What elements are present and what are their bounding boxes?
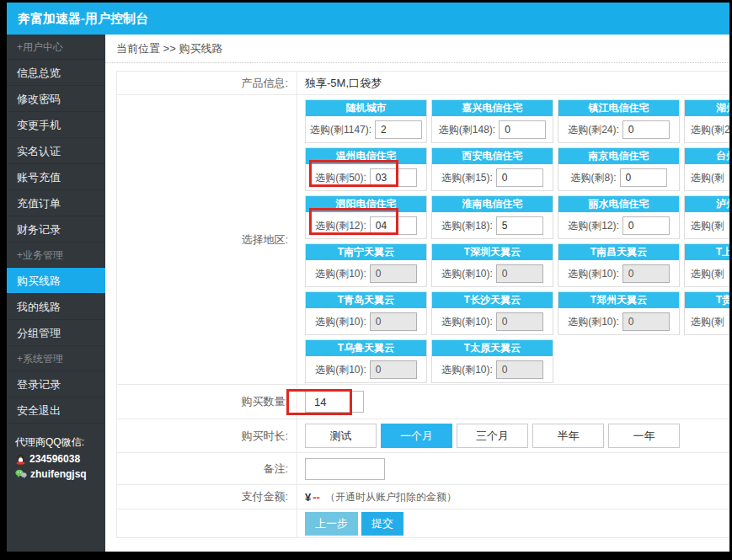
amount-row: 支付金额: ¥ -- （开通时从账户扣除的金额） — [117, 485, 729, 509]
region-qty-input[interactable] — [496, 168, 543, 187]
region-cell-body: 选购(剩18): — [432, 212, 553, 239]
quantity-input[interactable] — [305, 391, 364, 413]
sidebar-section-header: +用户中心 — [7, 35, 105, 60]
duration-option-active[interactable]: 一个月 — [381, 424, 452, 448]
sidebar-item[interactable]: 安全退出 — [7, 397, 105, 424]
region-stock-label: 选购(剩148): — [439, 123, 495, 137]
region-stock-label: 选购(剩10): — [568, 267, 619, 281]
region-cell-title[interactable]: 淮南电信住宅 — [432, 196, 553, 212]
purchase-form: 产品信息: 独享-5M,口袋梦 选择地区: 随机城市选购(剩1147):嘉兴电信… — [116, 71, 729, 538]
region-grid: 随机城市选购(剩1147):嘉兴电信住宅选购(剩148):镇江电信住宅选购(剩2… — [297, 95, 729, 384]
sidebar-item[interactable]: 信息总览 — [7, 60, 105, 86]
region-cell-title[interactable]: T青岛天翼云 — [306, 292, 426, 308]
region-cell: 泗阳电信住宅选购(剩12): — [305, 195, 427, 239]
region-cell: T南昌天翼云选购(剩10): — [558, 243, 680, 287]
sidebar-item[interactable]: 账号充值 — [7, 164, 105, 190]
region-cell-title[interactable]: 湖州 — [685, 100, 729, 116]
quantity-row: 购买数量: — [117, 385, 729, 419]
region-cell-title[interactable]: T深圳天翼云 — [432, 244, 553, 260]
actions-row: 上一步 提交 — [117, 509, 729, 537]
agent-wechat-id: zhuifengjsq — [30, 468, 87, 480]
region-cell-title[interactable]: T长沙天翼云 — [432, 292, 553, 308]
region-stock-label: 选购(剩24): — [568, 123, 619, 137]
duration-option[interactable]: 半年 — [532, 424, 604, 448]
sidebar-item[interactable]: 我的线路 — [7, 294, 105, 320]
region-cell: 台州选购(剩 — [684, 147, 729, 191]
region-qty-input[interactable] — [370, 168, 417, 187]
duration-option[interactable]: 一年 — [608, 424, 680, 448]
region-cell-title[interactable]: 台州 — [685, 148, 729, 164]
sidebar-item[interactable]: 分组管理 — [7, 320, 105, 346]
region-qty-input[interactable] — [370, 216, 417, 235]
region-stock-label: 选购(剩1147): — [310, 123, 371, 137]
region-stock-label: 选购(剩50): — [315, 171, 366, 185]
region-stock-label: 选购(剩18): — [441, 219, 493, 233]
app-window: 奔富加速器-用户控制台 +用户中心信息总览修改密码变更手机实名认证账号充值充值订… — [7, 3, 729, 552]
duration-option[interactable]: 测试 — [305, 424, 377, 448]
region-cell-title[interactable]: T南宁天翼云 — [306, 244, 426, 260]
region-cell: 淮南电信住宅选购(剩18): — [431, 195, 553, 239]
agent-qq-number: 234596038 — [29, 453, 80, 465]
previous-step-button[interactable]: 上一步 — [305, 512, 358, 536]
region-cell-title[interactable]: 嘉兴电信住宅 — [432, 100, 553, 116]
main-content: 当前位置 >> 购买线路 产品信息: 独享-5M,口袋梦 选择地区: 随机城市选… — [105, 35, 729, 552]
region-stock-label: 选购(剩10): — [441, 267, 493, 281]
region-stock-label: 选购(剩10): — [315, 267, 366, 281]
sidebar-item[interactable]: 修改密码 — [7, 86, 105, 112]
region-cell-body: 选购(剩 — [685, 260, 729, 287]
duration-options: 测试一个月三个月半年一年 — [297, 419, 729, 452]
region-qty-input[interactable] — [496, 216, 543, 235]
note-input[interactable] — [305, 458, 385, 480]
region-cell: 湖州选购(剩2 — [684, 99, 729, 143]
sidebar-item[interactable]: 财务记录 — [7, 216, 105, 243]
sidebar-item[interactable]: 充值订单 — [7, 190, 105, 216]
sidebar-section-header: +系统管理 — [7, 346, 105, 371]
region-cell: 温州电信住宅选购(剩50): — [305, 147, 427, 191]
quantity-label: 购买数量: — [117, 385, 297, 419]
region-grid-row: 泗阳电信住宅选购(剩12):淮南电信住宅选购(剩18):丽水电信住宅选购(剩12… — [305, 195, 729, 243]
region-cell: T青岛天翼云选购(剩10): — [305, 291, 427, 335]
region-cell-title[interactable]: 泗阳电信住宅 — [306, 196, 426, 212]
region-cell-title[interactable]: T乌鲁天翼云 — [306, 340, 426, 356]
region-cell-body: 选购(剩2 — [685, 116, 729, 143]
region-cell-title[interactable]: T郑州天翼云 — [558, 292, 679, 308]
app-title: 奔富加速器-用户控制台 — [18, 11, 148, 25]
region-cell-body: 选购(剩10): — [306, 356, 426, 383]
region-cell: 嘉兴电信住宅选购(剩148): — [431, 99, 553, 143]
region-cell-title[interactable]: 丽水电信住宅 — [558, 196, 679, 212]
region-cell: T长沙天翼云选购(剩10): — [431, 291, 553, 335]
region-qty-input[interactable] — [622, 120, 670, 139]
region-grid-row: 随机城市选购(剩1147):嘉兴电信住宅选购(剩148):镇江电信住宅选购(剩2… — [305, 99, 729, 147]
qq-penguin-icon — [15, 454, 26, 465]
product-info-value: 独享-5M,口袋梦 — [297, 72, 729, 94]
region-cell-body: 选购(剩24): — [558, 116, 679, 143]
sidebar-item[interactable]: 登录记录 — [7, 371, 105, 397]
sidebar-item[interactable]: 变更手机 — [7, 112, 105, 138]
region-cell: T南宁天翼云选购(剩10): — [305, 243, 427, 287]
sidebar-item[interactable]: 实名认证 — [7, 138, 105, 164]
region-cell: 丽水电信住宅选购(剩12): — [558, 195, 680, 239]
region-cell-title[interactable]: 温州电信住宅 — [306, 148, 426, 164]
region-cell-title[interactable]: 随机城市 — [306, 100, 426, 116]
region-cell-title[interactable]: T太原天翼云 — [432, 340, 553, 356]
sidebar-item-active[interactable]: 购买线路 — [7, 268, 105, 294]
region-qty-input[interactable] — [499, 120, 546, 139]
duration-option[interactable]: 三个月 — [457, 424, 528, 448]
region-cell: T太原天翼云选购(剩10): — [431, 339, 553, 383]
region-qty-input[interactable] — [620, 168, 667, 187]
region-qty-input[interactable] — [375, 120, 422, 139]
product-info-label: 产品信息: — [117, 72, 297, 94]
actions-label-spacer — [117, 509, 297, 537]
region-cell-title[interactable]: 南京电信住宅 — [558, 148, 679, 164]
amount-hint: （开通时从账户扣除的金额） — [325, 490, 457, 504]
region-cell-title[interactable]: 泸州 — [685, 196, 729, 212]
amount-value: -- — [313, 491, 320, 504]
region-cell-title[interactable]: 镇江电信住宅 — [558, 100, 679, 116]
submit-button[interactable]: 提交 — [361, 512, 403, 536]
region-cell-title[interactable]: T上 — [685, 244, 729, 260]
region-qty-input[interactable] — [622, 216, 670, 235]
region-cell-title[interactable]: 西安电信住宅 — [432, 148, 553, 164]
region-cell-title[interactable]: T南昌天翼云 — [558, 244, 679, 260]
region-cell-title[interactable]: T贵 — [685, 292, 729, 308]
note-label: 备注: — [117, 453, 297, 484]
